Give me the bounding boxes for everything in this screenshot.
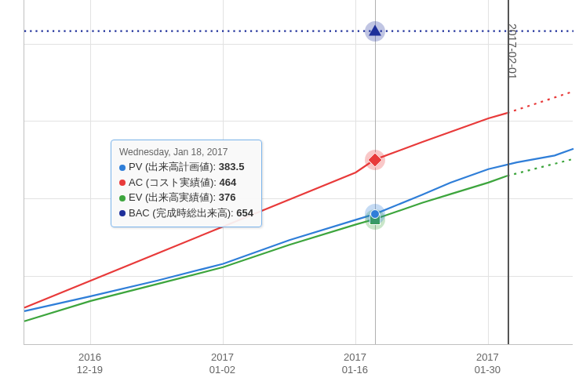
tooltip-crosshair [375, 0, 376, 344]
tooltip-row: EV (出来高実績値): 376 [119, 190, 253, 205]
x-tick: 201701-30 [456, 351, 519, 377]
chart-lines [24, 0, 574, 345]
chart-tooltip: Wednesday, Jan 18, 2017 PV (出来高計画値): 383… [111, 140, 262, 227]
x-axis: 201612-19201701-02201701-16201701-30 [24, 351, 573, 383]
tooltip-date: Wednesday, Jan 18, 2017 [119, 147, 253, 158]
reference-line-label: 2017-02-01 [506, 24, 519, 80]
tooltip-row: PV (出来高計画値): 383.5 [119, 159, 253, 175]
tooltip-row: BAC (完成時総出来高): 654 [119, 205, 253, 221]
x-tick: 201701-02 [191, 351, 253, 377]
x-tick: 201612-19 [58, 351, 121, 377]
chart-plot-area[interactable]: 2017-02-01 Wednesday, Jan 18, 2017 PV (出… [24, 0, 573, 345]
tooltip-row: AC (コスト実績値): 464 [119, 175, 253, 191]
x-tick: 201701-16 [323, 351, 386, 377]
